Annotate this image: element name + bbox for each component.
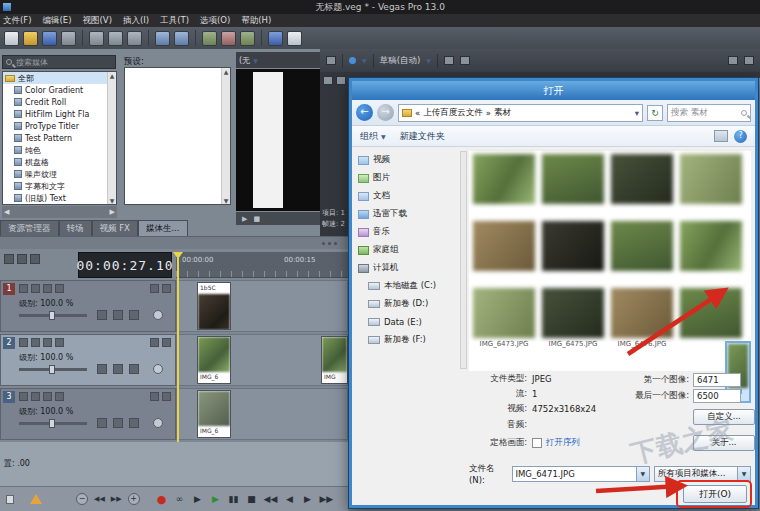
nav-tree-scrollbar[interactable]	[460, 151, 467, 369]
video-output-settings-icon[interactable]	[728, 56, 738, 65]
organize-button[interactable]: 组织▼	[360, 130, 386, 143]
timeline-ruler[interactable]: 00:00:00 00:00:15	[176, 252, 348, 278]
open-sequence-checkbox[interactable]	[532, 438, 542, 448]
scroll-up-icon[interactable]: ▲	[224, 68, 229, 75]
go-to-start-button[interactable]: ◀◀	[264, 492, 278, 506]
play-from-start-button[interactable]: ▶	[192, 492, 204, 506]
media-tree-item-all[interactable]: 全部	[3, 72, 116, 84]
pause-button[interactable]: ▮▮	[228, 492, 240, 506]
solo-icon[interactable]	[31, 284, 40, 293]
chevron-down-icon[interactable]: ▼	[362, 57, 367, 64]
track-level-slider[interactable]	[19, 422, 87, 425]
file-thumbnail[interactable]	[680, 288, 742, 348]
preview-play-icon[interactable]: ▶	[242, 215, 247, 223]
file-thumbnail[interactable]	[611, 154, 673, 204]
file-thumbnail[interactable]: IMG_6475.JPG	[542, 288, 604, 348]
phase-icon[interactable]	[97, 310, 107, 320]
last-image-input[interactable]: 6500	[693, 389, 741, 403]
nav-item-documents[interactable]: 文档	[358, 187, 458, 205]
edit-cursor-head[interactable]	[173, 252, 183, 264]
record-button[interactable]: ●	[156, 492, 168, 506]
tab-explorer[interactable]: 资源管理器	[0, 220, 59, 236]
track-level-slider[interactable]	[19, 368, 87, 371]
slider-handle[interactable]	[49, 365, 55, 374]
timeline-clip[interactable]: IMG_6	[197, 390, 231, 438]
nav-item-drive-f[interactable]: 新加卷 (F:)	[358, 331, 458, 349]
overlays-icon[interactable]	[460, 56, 470, 65]
preview-quality-dropdown[interactable]: 草稿(自动)	[380, 55, 421, 67]
mute-icon[interactable]	[19, 392, 28, 401]
cut-icon[interactable]	[89, 31, 104, 46]
loop-playback-button[interactable]: ∞	[174, 492, 186, 506]
pan-knob[interactable]	[153, 364, 163, 374]
meter-icon[interactable]	[129, 418, 139, 428]
solo-icon[interactable]	[31, 392, 40, 401]
scroll-left-icon[interactable]: ◀	[4, 208, 9, 216]
bypass-motion-blur-icon[interactable]	[55, 338, 64, 347]
media-tree-item[interactable]: 纯色	[3, 144, 116, 156]
snapshot-icon[interactable]	[744, 56, 754, 65]
meter-icon[interactable]	[129, 364, 139, 374]
open-sequence-label[interactable]: 打开序列	[546, 437, 580, 449]
tree-scrollbar[interactable]: ▲▼	[107, 72, 116, 204]
slider-handle[interactable]	[49, 311, 55, 320]
pan-knob[interactable]	[153, 418, 163, 428]
dialog-titlebar[interactable]: 打开	[352, 81, 755, 100]
track-level-slider[interactable]	[19, 314, 87, 317]
forward-button[interactable]: →	[377, 104, 394, 121]
fx-icon[interactable]	[43, 392, 52, 401]
customize-button[interactable]: 自定义...	[693, 409, 755, 425]
new-folder-button[interactable]: 新建文件夹	[400, 130, 445, 143]
automation-icon[interactable]	[150, 338, 159, 347]
automation-icon[interactable]	[150, 392, 159, 401]
menu-edit[interactable]: 编辑(E)	[43, 15, 72, 27]
previous-frame-button[interactable]: ◀	[283, 492, 295, 506]
gear-icon[interactable]	[113, 364, 123, 374]
timeline-clip[interactable]: 1b5C	[197, 282, 231, 330]
new-project-icon[interactable]	[4, 31, 19, 46]
scroll-left-icon[interactable]: ◀◀	[94, 495, 105, 503]
dialog-search-input[interactable]: 搜索 素材	[667, 104, 751, 122]
file-thumbnail[interactable]	[680, 154, 742, 204]
track-3-timeline[interactable]: IMG_6	[176, 388, 348, 440]
preset-scrollbar[interactable]: ▲▼	[221, 68, 230, 204]
meter-icon[interactable]	[129, 310, 139, 320]
bypass-motion-blur-icon[interactable]	[55, 284, 64, 293]
zoom-out-icon[interactable]: −	[76, 493, 88, 505]
track-header-1[interactable]: 1 级别: 100.0 %	[0, 280, 176, 332]
split-screen-icon[interactable]	[444, 56, 454, 65]
breadcrumb[interactable]: « 上传百度云文件 » 素材 ▾	[398, 104, 643, 122]
menu-view[interactable]: 视图(V)	[83, 15, 112, 27]
project-notes-icon[interactable]	[6, 495, 14, 504]
file-thumbnail[interactable]	[473, 154, 535, 204]
scroll-right-icon[interactable]: ▶	[110, 208, 115, 216]
first-image-input[interactable]: 6471	[693, 373, 741, 387]
tab-video-fx[interactable]: 视频 FX	[92, 220, 138, 236]
nav-item-pictures[interactable]: 图片	[358, 169, 458, 187]
breadcrumb-segment[interactable]: 素材	[494, 107, 511, 119]
breadcrumb-segment[interactable]: 上传百度云文件	[423, 107, 483, 119]
tree-horizontal-scrollbar[interactable]: ◀▶	[2, 206, 117, 218]
open-button[interactable]: 打开(O)	[683, 485, 747, 503]
paste-icon[interactable]	[127, 31, 142, 46]
file-type-dropdown[interactable]: 所有项目和媒体... ▼	[654, 466, 751, 482]
media-tree-item[interactable]: HitFilm Light Fla	[3, 108, 116, 120]
about-button[interactable]: 关于...	[693, 435, 755, 451]
compositing-icon[interactable]	[162, 392, 171, 401]
nav-item-drive-c[interactable]: 本地磁盘 (C:)	[358, 277, 458, 295]
nav-item-videos[interactable]: 视频	[358, 151, 458, 169]
nav-item-drive-e[interactable]: Data (E:)	[358, 313, 458, 331]
generator-dropdown[interactable]: (无	[239, 55, 250, 66]
media-search-input[interactable]: 搜索媒体	[2, 55, 116, 69]
project-properties-icon[interactable]	[61, 31, 76, 46]
media-tree-item[interactable]: Credit Roll	[3, 96, 116, 108]
preview-safe-area-icon[interactable]	[336, 76, 346, 85]
media-tree-item[interactable]: (旧版) Text	[3, 192, 116, 204]
chevron-down-icon[interactable]: ▾	[635, 108, 639, 118]
nav-item-computer[interactable]: 计算机	[358, 259, 458, 277]
file-thumbnail[interactable]	[611, 221, 673, 271]
track-2-timeline[interactable]: IMG_6 IMG	[176, 334, 348, 386]
track-1-timeline[interactable]: 1b5C	[176, 280, 348, 332]
menu-file[interactable]: 文件(F)	[3, 15, 32, 27]
filename-input[interactable]: IMG_6471.JPG ▼	[512, 466, 650, 482]
